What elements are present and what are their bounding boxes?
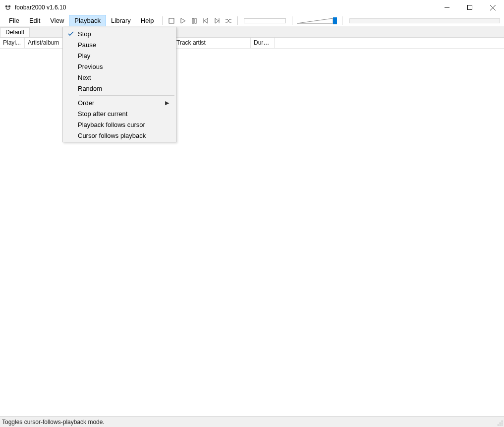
svg-marker-11 bbox=[204, 18, 208, 23]
toolbar-separator bbox=[237, 16, 238, 25]
next-icon[interactable] bbox=[213, 17, 221, 25]
dd-previous[interactable]: Previous bbox=[64, 61, 175, 72]
toolbar-separator bbox=[342, 16, 342, 25]
dd-cursor-follows-playback[interactable]: Cursor follows playback bbox=[64, 130, 175, 141]
svg-point-18 bbox=[498, 425, 499, 426]
resize-grip-icon[interactable] bbox=[497, 420, 503, 426]
minimize-button[interactable] bbox=[436, 0, 458, 15]
menu-separator bbox=[79, 95, 174, 96]
transport-buttons bbox=[166, 15, 234, 26]
svg-point-16 bbox=[500, 423, 501, 424]
dd-next[interactable]: Next bbox=[64, 72, 175, 83]
progress-bar[interactable] bbox=[349, 18, 500, 23]
dd-random[interactable]: Random bbox=[64, 83, 175, 94]
dd-order[interactable]: Order ▶ bbox=[64, 97, 175, 108]
svg-rect-9 bbox=[195, 18, 196, 23]
dd-play[interactable]: Play bbox=[64, 50, 175, 61]
column-duration[interactable]: Dura... bbox=[251, 38, 275, 48]
svg-point-1 bbox=[8, 5, 11, 8]
status-text: Toggles cursor-follows-playback mode. bbox=[2, 419, 105, 426]
column-track-artist[interactable]: Track artist bbox=[173, 38, 251, 48]
svg-rect-6 bbox=[169, 18, 174, 23]
volume-handle[interactable] bbox=[333, 17, 337, 24]
column-playing[interactable]: Playi... bbox=[0, 38, 25, 48]
statusbar: Toggles cursor-follows-playback mode. bbox=[0, 416, 504, 427]
dd-playback-follows-cursor[interactable]: Playback follows cursor bbox=[64, 119, 175, 130]
random-icon[interactable] bbox=[224, 17, 232, 25]
app-icon bbox=[4, 3, 12, 11]
svg-rect-3 bbox=[468, 5, 472, 10]
svg-rect-8 bbox=[192, 18, 194, 23]
svg-point-19 bbox=[500, 425, 501, 426]
menu-file[interactable]: File bbox=[4, 15, 24, 26]
dd-stop-after-current[interactable]: Stop after current bbox=[64, 108, 175, 119]
svg-point-17 bbox=[502, 423, 503, 424]
svg-point-20 bbox=[502, 425, 503, 426]
toolbar-separator bbox=[292, 16, 292, 25]
svg-marker-14 bbox=[297, 18, 333, 23]
toolbar-separator bbox=[162, 16, 163, 25]
maximize-button[interactable] bbox=[458, 0, 481, 15]
playlist-tab-default[interactable]: Default bbox=[0, 27, 30, 37]
previous-icon[interactable] bbox=[202, 17, 210, 25]
close-button[interactable] bbox=[481, 0, 504, 15]
seek-bar[interactable] bbox=[244, 18, 286, 23]
playback-dropdown: Stop Pause Play Previous Next Random Ord… bbox=[62, 27, 176, 142]
menu-edit[interactable]: Edit bbox=[24, 15, 45, 26]
menu-view[interactable]: View bbox=[45, 15, 69, 26]
submenu-arrow-icon: ▶ bbox=[163, 100, 171, 106]
window-title: foobar2000 v1.6.10 bbox=[15, 4, 66, 11]
stop-icon[interactable] bbox=[168, 17, 175, 25]
titlebar: foobar2000 v1.6.10 bbox=[0, 0, 504, 15]
pause-icon[interactable] bbox=[190, 17, 198, 25]
svg-point-0 bbox=[5, 5, 8, 8]
svg-marker-12 bbox=[215, 18, 219, 23]
svg-point-15 bbox=[502, 421, 503, 422]
svg-marker-7 bbox=[181, 18, 185, 23]
window-controls bbox=[436, 0, 504, 15]
menu-playback[interactable]: Playback bbox=[69, 15, 106, 26]
menu-library[interactable]: Library bbox=[106, 15, 136, 26]
menu-help[interactable]: Help bbox=[136, 15, 159, 26]
check-icon bbox=[64, 31, 78, 37]
volume-slider[interactable] bbox=[297, 16, 337, 25]
menubar: File Edit View Playback Library Help bbox=[0, 15, 504, 27]
dd-stop[interactable]: Stop bbox=[64, 28, 175, 39]
play-icon[interactable] bbox=[179, 17, 187, 25]
dd-pause[interactable]: Pause bbox=[64, 39, 175, 50]
